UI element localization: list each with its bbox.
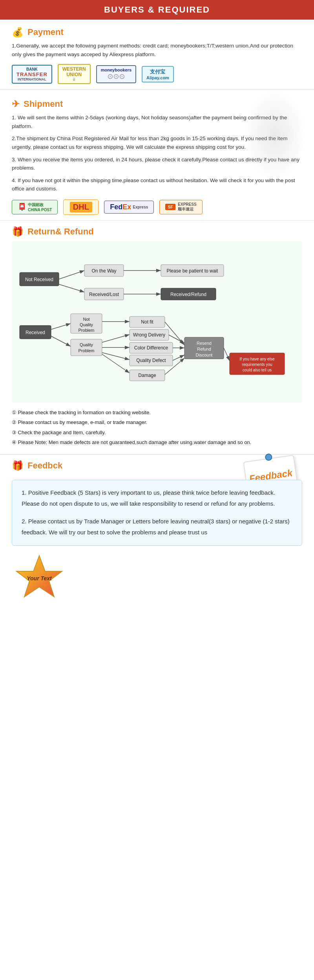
shipment-body: 1. We will sent the items within 2-5days… — [12, 113, 302, 193]
return-title-text: Return& Refund — [27, 227, 94, 237]
page-header: BUYERS & REQUIRED — [0, 0, 314, 20]
chinapost-logo: 📮 中国邮政CHINA POST — [12, 200, 58, 214]
svg-line-43 — [224, 348, 230, 361]
feedback-box: 1. Positive Feedback (5 Stars) is very i… — [12, 480, 302, 546]
moneybookers-logo: moneybookers ⊙⊙⊙ — [96, 65, 136, 83]
svg-text:Refund: Refund — [197, 347, 211, 351]
svg-line-11 — [51, 324, 71, 329]
payment-title-text: Payment — [27, 27, 64, 37]
svg-line-6 — [59, 284, 84, 292]
shipment-item-1: 1. We will sent the items within 2-5days… — [12, 113, 302, 130]
return-note-2: ② Please contact us by meesage, e-mail, … — [12, 419, 302, 426]
svg-text:Quality: Quality — [80, 322, 93, 327]
on-the-way-label: On the Way — [92, 268, 117, 274]
shipment-title-text: Shipment — [24, 99, 63, 109]
feedback-pin — [265, 453, 272, 461]
shipment-item-4: 4. If you have not got it within the shi… — [12, 176, 302, 193]
svg-text:Resend: Resend — [197, 341, 212, 346]
alipay-logo: 支付宝 Alipay.com — [142, 66, 174, 82]
received-label: Received — [26, 330, 45, 335]
sf-express-logo: SF EXPRESS顺丰速运 — [159, 200, 202, 214]
shipment-icon: ✈ — [12, 99, 20, 110]
payment-title: 💰 Payment — [12, 27, 302, 38]
svg-rect-19 — [71, 339, 102, 356]
payment-section: 💰 Payment 1.Generally, we accept the fol… — [0, 20, 314, 88]
received-lost-label: Received/Lost — [89, 292, 119, 297]
svg-line-2 — [59, 271, 84, 279]
svg-text:requirements you: requirements you — [242, 362, 272, 367]
svg-text:Problem: Problem — [78, 328, 95, 333]
svg-line-29 — [102, 354, 130, 373]
return-note-1: ① Please check the tracking in formation… — [12, 409, 302, 417]
svg-text:could also tell us: could also tell us — [243, 368, 272, 372]
not-received-label: Not Received — [25, 277, 53, 282]
gold-badge: Your Text — [12, 554, 67, 605]
color-difference-label: Color Difference — [134, 345, 168, 351]
badge-svg: Your Text — [12, 554, 67, 605]
shipment-item-3: 3. When you receive the items you ordere… — [12, 155, 302, 172]
return-note-4: ④ Please Note: Men made defects are not … — [12, 439, 302, 446]
gold-badge-container: Your Text — [12, 554, 302, 605]
payment-icon: 💰 — [12, 27, 24, 38]
wrong-delivery-label: Wrong Delivery — [133, 332, 165, 338]
header-title: BUYERS & REQUIRED — [104, 5, 210, 15]
svg-text:Problem: Problem — [78, 348, 95, 353]
feedback-header-row: 🎁 Feedbck Feedback — [12, 460, 302, 475]
flowchart-svg: Not Received On the Way Please be patien… — [16, 249, 298, 394]
feedback-icon: 🎁 — [12, 460, 24, 471]
svg-line-22 — [102, 335, 130, 342]
shipment-section: ✈ Shipment 1. We will sent the items wit… — [0, 91, 314, 219]
return-title: 🎁 Return& Refund — [12, 226, 302, 237]
shipping-logos: 📮 中国邮政CHINA POST DHL FedEx Express SF EX… — [12, 199, 302, 215]
feedback-title: 🎁 Feedbck — [12, 460, 62, 471]
return-note-3: ③ Check the package and Item, carefully. — [12, 429, 302, 437]
return-notes-list: ① Please check the tracking in formation… — [12, 409, 302, 446]
return-section: 🎁 Return& Refund Not Received On the Way — [0, 222, 314, 453]
return-icon: 🎁 — [12, 226, 24, 237]
feedback-title-text: Feedbck — [27, 461, 62, 471]
svg-text:Discount: Discount — [196, 353, 213, 357]
shipment-item-2: 2.The shipment by China Post Registered … — [12, 134, 302, 151]
feedback-body-2: 2. Please contact us by Trade Manager or… — [22, 516, 292, 538]
quality-defect-label: Quality Defect — [136, 358, 166, 363]
return-flowchart: Not Received On the Way Please be patien… — [12, 241, 302, 403]
feedback-section: 🎁 Feedbck Feedback 1. Positive Feedback … — [0, 456, 314, 612]
damage-label: Damage — [138, 373, 156, 378]
payment-logos: BANK TRANSFER INTERNATIONAL WESTERN UNIO… — [12, 64, 302, 84]
please-be-patient-label: Please be patient to wait — [167, 268, 218, 274]
received-refund-label: Received/Refund — [170, 292, 206, 297]
shipment-title: ✈ Shipment — [12, 99, 302, 110]
western-union-logo: WESTERN UNION ii — [58, 64, 91, 84]
not-fit-label: Not fit — [141, 319, 153, 325]
feedback-body-1: 1. Positive Feedback (5 Stars) is very i… — [22, 487, 292, 510]
fedex-logo: FedEx Express — [104, 201, 154, 214]
svg-text:Quality: Quality — [80, 342, 93, 347]
dhl-logo: DHL — [63, 199, 99, 215]
svg-line-26 — [102, 353, 130, 360]
svg-line-18 — [51, 336, 71, 346]
payment-body: 1.Generally, we accept the following pay… — [12, 42, 302, 59]
badge-text-svg: Your Text — [27, 575, 52, 581]
bank-transfer-logo: BANK TRANSFER INTERNATIONAL — [12, 65, 52, 84]
svg-text:Not: Not — [83, 317, 89, 322]
svg-text:If you have any else: If you have any else — [240, 357, 275, 361]
